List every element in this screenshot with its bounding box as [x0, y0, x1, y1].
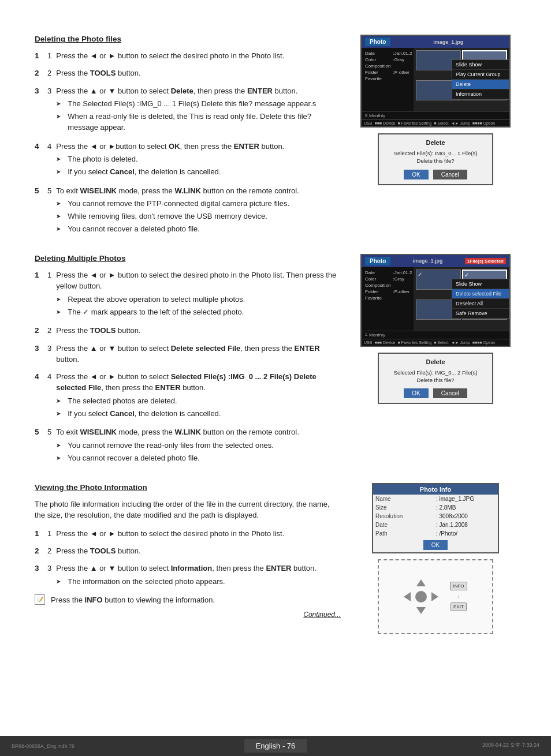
menu-item-deselect-all: Deselect All	[452, 299, 509, 309]
dialog-ok-1[interactable]: OK	[404, 170, 428, 179]
step-1b: 1 Press the ◄ or ► button to select the …	[35, 270, 341, 320]
sub-item: When a read-only file is deleted, the Th…	[56, 111, 341, 133]
info-row: Resolution : 3008x2000	[373, 512, 498, 521]
step-num: 2	[47, 68, 51, 79]
meta-row: Folder:P-other	[364, 69, 413, 76]
step-3c: 3 Press the ▲ or ▼ button to select Info…	[35, 563, 341, 589]
step-num: 4	[47, 371, 51, 421]
info-val: : image_1.JPG	[434, 495, 498, 503]
step-4: 4 Press the ◄ or ►button to select OK, t…	[35, 141, 341, 179]
info-val: : 3008x2000	[434, 512, 498, 521]
section-left-2: Deleting Multiple Photos 1 Press the ◄ o…	[35, 254, 341, 471]
sub-list-3: The Selected File(s) :IMG_0 ... 1 File(s…	[56, 99, 341, 133]
info-key: Path	[373, 529, 434, 538]
step-num: 1	[47, 270, 51, 320]
info-row: Path : /Photo/	[373, 529, 498, 538]
sub-list-4: The photo is deleted. If you select Canc…	[56, 154, 341, 178]
tv-title-1: image_1.jpg	[390, 39, 506, 45]
info-key: Name	[373, 495, 434, 503]
menu-item-delete-selected: Delete selected File	[452, 289, 509, 299]
menu-item-slideshow-2: Slide Show	[452, 279, 509, 289]
tv-preference-2: ≡ Monthly	[362, 331, 509, 339]
step-4b: 4 Press the ◄ or ► button to select Sele…	[35, 371, 341, 421]
menu-item-delete: Delete	[452, 80, 509, 89]
tv-screen-2: Photo image_1.jpg 1File(s) Selected Date…	[360, 254, 511, 347]
info-ok-button[interactable]: OK	[423, 540, 448, 550]
sub-item: If you select Cancel, the deletion is ca…	[56, 167, 341, 178]
step-text: Press the ▲ or ▼ button to select Delete…	[56, 344, 319, 364]
menu-item-safe-remove: Safe Remove	[452, 309, 509, 319]
remote-buttons: INFO / EXIT	[450, 582, 467, 611]
tv-screen-1: Photo image_1.jpg Date:Jan.01.2 Color:Gr…	[360, 35, 511, 128]
step-text: Press the TOOLS button.	[56, 69, 140, 77]
dpad-up-arrow	[416, 579, 426, 586]
meta-row: Color:Gray	[364, 57, 413, 63]
sub-item: The photo is deleted.	[56, 154, 341, 165]
sub-item: You cannot remove the PTP-connected digi…	[56, 199, 341, 209]
tv-meta-table-2: Date:Jan.01.2 Color:Gray Composition Fol…	[364, 270, 413, 301]
step-num: 2	[47, 325, 51, 336]
menu-item-slideshow: Slide Show	[452, 60, 509, 70]
section-title-delete: Deleting the Photo files	[35, 35, 341, 43]
note-row: 📝 Press the INFO button to viewing the i…	[35, 594, 341, 605]
footer-inner: English - 76	[244, 739, 307, 753]
tv-title-2: image_1.jpg	[390, 258, 465, 264]
tv-photo-label: Photo	[365, 38, 390, 46]
info-box-title: Photo Info	[373, 484, 498, 495]
dialog-title-2: Delete	[385, 358, 486, 365]
step-1c: 1 Press the ◄ or ► button to select the …	[35, 528, 341, 540]
sub-item: While removing files, don't remove the U…	[56, 211, 341, 222]
step-num: 2	[47, 545, 51, 557]
tv-preference-1: ≡ Monthly	[362, 111, 509, 119]
step-num: 4	[47, 141, 51, 179]
remote-control-box: INFO / EXIT	[378, 559, 493, 634]
step-2: 2 Press the TOOLS button.	[35, 68, 341, 79]
sub-item: You cannot recover a deleted photo file.	[56, 453, 341, 464]
sub-item: If you select Cancel, the deletion is ca…	[56, 409, 341, 420]
step-text: Press the ◄ or ► button to select Select…	[56, 372, 317, 392]
step-num: 5	[47, 185, 51, 237]
dialog-ok-2[interactable]: OK	[404, 388, 428, 398]
step-num: 5	[47, 426, 51, 465]
right-col-2: Photo image_1.jpg 1File(s) Selected Date…	[355, 254, 516, 471]
section-photo-info: Viewing the Photo Information The photo …	[35, 483, 516, 634]
info-val: : 2.8MB	[434, 503, 498, 512]
info-row: Size : 2.8MB	[373, 503, 498, 512]
section-left: Deleting the Photo files 1 Press the ◄ o…	[35, 35, 341, 242]
meta-row: Composition	[364, 63, 413, 69]
steps-list-info: 1 Press the ◄ or ► button to select the …	[35, 528, 341, 589]
photo-info-box: Photo Info Name : image_1.JPG Size : 2.8…	[372, 483, 499, 553]
step-num: 3	[47, 343, 51, 365]
dialog-cancel-1[interactable]: Cancel	[433, 170, 467, 179]
meta-row: Favorite	[364, 76, 413, 82]
tv-sidebar-1: Date:Jan.01.2 Color:Gray Composition Fol…	[362, 48, 414, 111]
info-key: Size	[373, 503, 434, 512]
right-col-3: Photo Info Name : image_1.JPG Size : 2.8…	[355, 483, 516, 634]
meta-row: Color:Gray	[364, 276, 413, 282]
remote-inner: INFO / EXIT	[404, 579, 467, 614]
step-num: 1	[47, 528, 51, 540]
info-val: : /Photo/	[434, 529, 498, 538]
dpad-center	[415, 591, 427, 602]
section-title-info: Viewing the Photo Information	[35, 483, 341, 492]
info-row: Name : image_1.JPG	[373, 495, 498, 503]
doc-datetime: 2008-04-22 오후 7:39:24	[482, 742, 539, 749]
dialog-cancel-2[interactable]: Cancel	[433, 388, 467, 398]
tv-body-2: Date:Jan.01.2 Color:Gray Composition Fol…	[362, 267, 509, 331]
info-val: : Jan.1.2008	[434, 521, 498, 529]
tv-sidebar-2: Date:Jan.01.2 Color:Gray Composition Fol…	[362, 267, 414, 331]
sub-list-5: You cannot remove the PTP-connected digi…	[56, 199, 341, 235]
step-3b: 3 Press the ▲ or ▼ button to select Dele…	[35, 343, 341, 365]
sub-item: The selected photos are deleted.	[56, 396, 341, 407]
section-left-3: Viewing the Photo Information The photo …	[35, 483, 341, 634]
step-text: Press the ◄ or ► button to select the de…	[56, 271, 336, 291]
step-text: Press the ▲ or ▼ button to select Delete…	[56, 87, 297, 95]
step-num: 3	[47, 563, 51, 589]
sub-item: Repeat the above operation to select mul…	[56, 294, 341, 305]
section-delete-photo-files: Deleting the Photo files 1 Press the ◄ o…	[35, 35, 516, 242]
delete-dialog-2: Delete Selected File(s): IMG_0... 2 File…	[378, 353, 493, 405]
dialog-title-1: Delete	[385, 139, 486, 146]
step-text: Press the TOOLS button.	[56, 326, 140, 335]
step-text: Press the ◄ or ►button to select OK, the…	[56, 142, 284, 151]
step-2b: 2 Press the TOOLS button.	[35, 325, 341, 336]
